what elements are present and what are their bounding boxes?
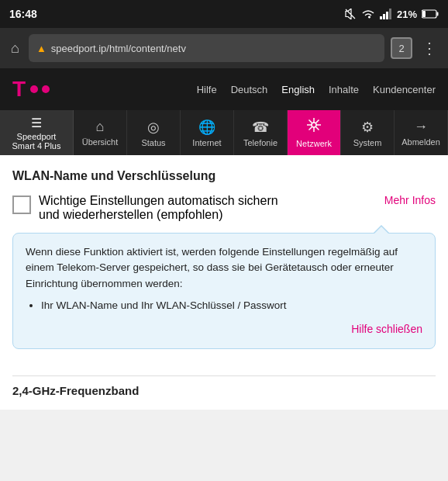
freq-band-title: 2,4-GHz-Frequenzband	[12, 375, 436, 397]
nav-internet-label: Internet	[192, 138, 221, 147]
mute-icon	[344, 9, 357, 19]
nav-ubersicht-label: Übersicht	[82, 137, 118, 147]
speedport-brand: ☰ Speedport Smart 4 Plus	[0, 110, 74, 155]
svg-rect-1	[383, 14, 385, 19]
svg-rect-0	[380, 16, 382, 19]
checkbox-row: Wichtige Einstellungen automatisch siche…	[12, 194, 436, 222]
checkbox-label-line1: Wichtige Einstellungen automatisch siche…	[39, 194, 278, 207]
nav-status-label: Status	[141, 138, 165, 147]
brand-line1: Speedport	[17, 132, 57, 141]
telekom-t-letter: T	[12, 77, 26, 102]
nav-abmelden[interactable]: → Abmelden	[395, 110, 448, 155]
internet-icon: 🌐	[198, 119, 215, 136]
hilfe-schliessen-link[interactable]: Hilfe schließen	[351, 321, 422, 337]
nav-system-label: System	[353, 138, 382, 147]
nav-english[interactable]: English	[281, 84, 315, 95]
browser-bar: ⌂ ▲ speedport.ip/html/content/netv 2 ⋮	[0, 28, 448, 68]
main-content: WLAN-Name und Verschlüsselung Wichtige E…	[0, 155, 448, 375]
info-box-list: Ihr WLAN-Name und Ihr WLAN-Schlüssel / P…	[41, 298, 422, 313]
nav-status[interactable]: ◎ Status	[127, 110, 181, 155]
nav-abmelden-label: Abmelden	[401, 137, 440, 147]
url-bar[interactable]: ▲ speedport.ip/html/content/netv	[29, 34, 384, 62]
wifi-icon	[361, 9, 375, 19]
telekom-dot-1	[30, 85, 38, 93]
info-box-wrapper: Wenn diese Funktion aktiviert ist, werde…	[12, 233, 436, 349]
nav-netzwerk-label: Netzwerk	[296, 139, 332, 148]
section-title: WLAN-Name und Verschlüsselung	[12, 169, 436, 183]
status-right: 21%	[344, 9, 439, 20]
svg-line-14	[315, 120, 319, 123]
nav-netzwerk[interactable]: Netzwerk	[288, 110, 341, 155]
checkbox-label-block: Wichtige Einstellungen automatisch siche…	[39, 194, 278, 222]
checkbox-header-row: Wichtige Einstellungen automatisch siche…	[39, 194, 436, 222]
browser-home-button[interactable]: ⌂	[8, 37, 22, 60]
checkbox-label-line2: und wiederherstellen (empfohlen)	[39, 208, 222, 221]
brand-line2: Smart 4 Plus	[12, 141, 61, 151]
hamburger-icon: ☰	[31, 116, 42, 130]
nav-deutsch[interactable]: Deutsch	[231, 84, 268, 95]
signal-icon	[380, 9, 392, 19]
svg-rect-5	[437, 12, 439, 16]
telekom-dot-2	[42, 85, 50, 93]
nav-kundencenter[interactable]: Kundencenter	[373, 84, 436, 95]
info-box-text: Wenn diese Funktion aktiviert ist, werde…	[26, 244, 422, 292]
speedport-nav: ☰ Speedport Smart 4 Plus ⌂ Übersicht ◎ S…	[0, 110, 448, 155]
info-box-close: Hilfe schließen	[26, 321, 422, 337]
telekom-logo: T	[12, 77, 50, 102]
logout-icon: →	[414, 119, 428, 135]
phone-icon: ☎	[252, 119, 269, 136]
svg-rect-2	[386, 12, 388, 19]
home-icon: ⌂	[96, 119, 105, 135]
telekom-header: T Hilfe Deutsch English Inhalte Kundence…	[0, 68, 448, 110]
url-text: speedport.ip/html/content/netv	[51, 43, 186, 54]
checkbox-text-area: Wichtige Einstellungen automatisch siche…	[39, 194, 436, 222]
status-icon: ◎	[147, 119, 160, 136]
svg-line-13	[315, 126, 319, 130]
tab-count-button[interactable]: 2	[391, 37, 412, 59]
svg-rect-3	[389, 9, 391, 19]
mehr-infos-link[interactable]: Mehr Infos	[378, 194, 436, 206]
telekom-nav: Hilfe Deutsch English Inhalte Kundencent…	[197, 84, 436, 95]
battery-level: 21%	[397, 9, 417, 20]
nav-telefonie[interactable]: ☎ Telefonie	[234, 110, 288, 155]
nav-telefonie-label: Telefonie	[243, 138, 277, 147]
svg-line-12	[309, 120, 312, 123]
telekom-dots	[30, 85, 50, 93]
info-box: Wenn diese Funktion aktiviert ist, werde…	[12, 233, 436, 349]
status-time: 16:48	[9, 8, 37, 20]
wichtige-einstellungen-checkbox[interactable]	[12, 196, 31, 214]
nav-system[interactable]: ⚙ System	[341, 110, 395, 155]
svg-line-15	[309, 126, 312, 130]
svg-rect-6	[422, 11, 426, 17]
nav-internet[interactable]: 🌐 Internet	[181, 110, 234, 155]
info-box-bullet-1: Ihr WLAN-Name und Ihr WLAN-Schlüssel / P…	[41, 298, 422, 313]
network-icon	[306, 117, 322, 137]
status-bar: 16:48 21%	[0, 0, 448, 28]
svg-point-7	[312, 123, 316, 127]
browser-menu-button[interactable]: ⋮	[419, 36, 440, 61]
nav-items: ⌂ Übersicht ◎ Status 🌐 Internet ☎ Telefo…	[74, 110, 448, 155]
battery-icon	[422, 9, 439, 19]
security-warning-icon: ▲	[36, 43, 47, 54]
frequency-section: 2,4-GHz-Frequenzband	[0, 375, 448, 410]
nav-ubersicht[interactable]: ⌂ Übersicht	[74, 110, 127, 155]
gear-icon: ⚙	[361, 119, 374, 136]
nav-hilfe[interactable]: Hilfe	[197, 84, 217, 95]
nav-inhalte[interactable]: Inhalte	[329, 84, 359, 95]
